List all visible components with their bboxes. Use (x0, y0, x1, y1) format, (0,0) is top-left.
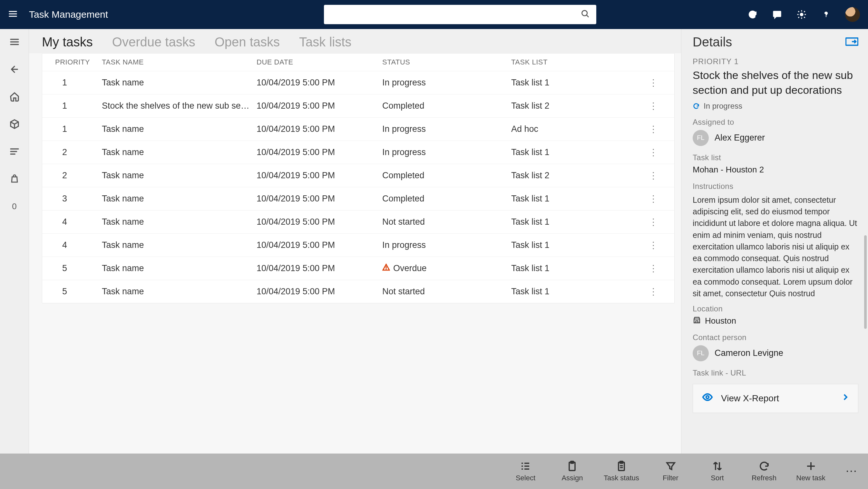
col-header-priority[interactable]: PRIORITY (55, 58, 102, 66)
row-menu-icon[interactable]: ⋮ (645, 124, 661, 134)
col-header-list[interactable]: TASK LIST (511, 58, 645, 66)
cell-priority: 3 (55, 194, 102, 204)
action-task-status-label: Task status (604, 474, 639, 482)
action-filter[interactable]: Filter (655, 460, 686, 482)
action-sort[interactable]: Sort (702, 460, 733, 482)
task-link-text: View X-Report (721, 393, 779, 404)
store-icon (693, 316, 701, 326)
tab-overdue-tasks[interactable]: Overdue tasks (112, 35, 195, 49)
list-icon[interactable] (8, 145, 21, 158)
chat-icon[interactable] (772, 9, 783, 20)
contact-row[interactable]: FL Cameron Levigne (693, 345, 858, 361)
gear-icon[interactable] (796, 9, 807, 20)
table-row[interactable]: 3Task name10/04/2019 5:00 PMCompletedTas… (42, 187, 674, 210)
cell-due: 10/04/2019 5:00 PM (256, 194, 382, 204)
more-icon[interactable]: ⋯ (845, 464, 858, 478)
cell-name: Task name (102, 124, 256, 134)
row-menu-icon[interactable]: ⋮ (645, 240, 661, 250)
cell-priority: 1 (55, 101, 102, 111)
action-sort-label: Sort (711, 474, 723, 482)
sync-icon[interactable] (747, 9, 758, 20)
cell-priority: 4 (55, 217, 102, 227)
col-header-name[interactable]: TASK NAME (102, 58, 256, 66)
assigned-name: Alex Eggerer (715, 133, 765, 143)
cell-name: Task name (102, 171, 256, 181)
cell-priority: 5 (55, 286, 102, 297)
task-list-label: Task list (693, 153, 858, 162)
hamburger-icon[interactable] (8, 9, 18, 20)
row-menu-icon[interactable]: ⋮ (645, 170, 661, 181)
search-input[interactable] (330, 10, 581, 20)
cell-name: Task name (102, 240, 256, 250)
details-header: Details (693, 35, 732, 49)
location-label: Location (693, 304, 858, 313)
table-row[interactable]: 2Task name10/04/2019 5:00 PMCompletedTas… (42, 164, 674, 187)
action-refresh-label: Refresh (752, 474, 776, 482)
tab-open-tasks[interactable]: Open tasks (215, 35, 280, 49)
table-row[interactable]: 1Stock the shelves of the new sub sectio… (42, 94, 674, 117)
rail-badge[interactable]: 0 (8, 200, 21, 213)
table-row[interactable]: 2Task name10/04/2019 5:00 PMIn progressT… (42, 141, 674, 164)
col-header-due[interactable]: DUE DATE (256, 58, 382, 66)
action-new-task[interactable]: New task (796, 460, 826, 482)
assigned-to-row[interactable]: FL Alex Eggerer (693, 130, 858, 146)
action-new-task-label: New task (796, 474, 825, 482)
col-header-status[interactable]: STATUS (382, 58, 511, 66)
tab-my-tasks[interactable]: My tasks (42, 35, 93, 49)
action-refresh[interactable]: Refresh (749, 460, 779, 482)
svg-point-2 (800, 13, 803, 16)
search-box[interactable] (324, 5, 596, 24)
row-menu-icon[interactable]: ⋮ (645, 147, 661, 158)
package-icon[interactable] (8, 118, 21, 130)
task-link-label: Task link - URL (693, 368, 858, 377)
cell-status: Completed (382, 171, 511, 181)
back-icon[interactable] (8, 63, 21, 76)
left-rail: 0 (0, 29, 29, 454)
row-menu-icon[interactable]: ⋮ (645, 217, 661, 227)
assigned-to-label: Assigned to (693, 118, 858, 127)
table-row[interactable]: 4Task name10/04/2019 5:00 PMIn progressT… (42, 234, 674, 256)
table-row[interactable]: 4Task name10/04/2019 5:00 PMNot startedT… (42, 210, 674, 234)
cell-name: Task name (102, 78, 256, 88)
svg-point-4 (706, 396, 709, 399)
expand-panel-icon[interactable] (845, 37, 858, 48)
user-avatar[interactable] (845, 7, 860, 22)
details-task-title: Stock the shelves of the new sub section… (693, 68, 858, 98)
row-menu-icon[interactable]: ⋮ (645, 78, 661, 88)
cell-list: Task list 1 (511, 240, 645, 250)
eye-icon (702, 392, 713, 405)
table-row[interactable]: 5Task name10/04/2019 5:00 PMOverdueTask … (42, 256, 674, 280)
cell-name: Stock the shelves of the new sub section… (102, 101, 256, 111)
cell-priority: 1 (55, 78, 102, 88)
table-row[interactable]: 5Task name10/04/2019 5:00 PMNot startedT… (42, 280, 674, 303)
details-priority-label: PRIORITY 1 (693, 57, 858, 66)
row-menu-icon[interactable]: ⋮ (645, 286, 661, 297)
contact-label: Contact person (693, 333, 858, 342)
details-scrollbar[interactable] (864, 235, 867, 329)
cell-due: 10/04/2019 5:00 PM (256, 240, 382, 250)
action-task-status[interactable]: Task status (604, 460, 639, 482)
details-status: In progress (693, 101, 858, 111)
rail-hamburger-icon[interactable] (8, 35, 21, 48)
search-icon[interactable] (581, 9, 590, 20)
cell-name: Task name (102, 263, 256, 273)
task-table: PRIORITY TASK NAME DUE DATE STATUS TASK … (42, 53, 675, 303)
row-menu-icon[interactable]: ⋮ (645, 263, 661, 274)
table-row[interactable]: 1Task name10/04/2019 5:00 PMIn progressA… (42, 117, 674, 141)
bag-icon[interactable] (8, 173, 21, 185)
action-select[interactable]: Select (510, 460, 541, 482)
cell-due: 10/04/2019 5:00 PM (256, 263, 382, 273)
cell-list: Task list 1 (511, 263, 645, 273)
action-assign[interactable]: Assign (557, 460, 588, 482)
home-icon[interactable] (8, 90, 21, 103)
tab-task-lists[interactable]: Task lists (299, 35, 351, 49)
cell-list: Task list 2 (511, 171, 645, 181)
row-menu-icon[interactable]: ⋮ (645, 100, 661, 111)
cell-status: In progress (382, 240, 511, 250)
instructions-label: Instructions (693, 182, 858, 191)
table-row[interactable]: 1Task name10/04/2019 5:00 PMIn progressT… (42, 71, 674, 94)
row-menu-icon[interactable]: ⋮ (645, 193, 661, 204)
task-list-value: Mohan - Houston 2 (693, 165, 858, 175)
task-link-card[interactable]: View X-Report (693, 384, 858, 413)
help-icon[interactable] (820, 9, 832, 20)
